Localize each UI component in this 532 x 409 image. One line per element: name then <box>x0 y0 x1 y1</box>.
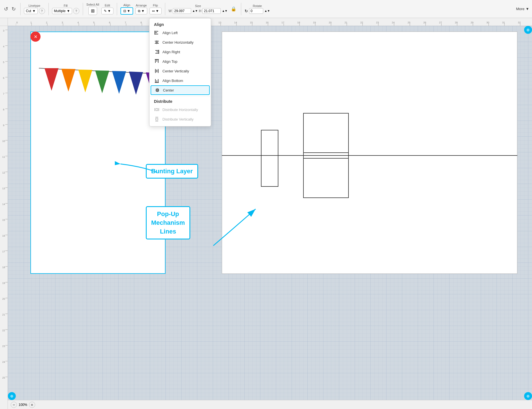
center-item[interactable]: Center <box>151 85 210 95</box>
svg-text:14: 14 <box>234 21 237 24</box>
svg-text:27: 27 <box>439 21 442 24</box>
svg-text:5: 5 <box>3 61 4 64</box>
svg-text:24: 24 <box>2 361 5 363</box>
distribute-section-title: Distribute <box>149 97 211 105</box>
ruler-vertical: 3 4 5 6 7 8 9 10 11 12 13 14 15 16 17 18… <box>0 26 8 409</box>
svg-text:13: 13 <box>218 21 221 24</box>
arrange-button[interactable]: ⧉ ▼ <box>135 8 147 14</box>
svg-marker-119 <box>112 71 126 94</box>
linetype-chevron: ▼ <box>32 9 36 13</box>
svg-text:17: 17 <box>281 21 284 24</box>
select-all-group: Select All ⊞ <box>86 3 99 15</box>
distribute-h-label: Distribute Horizontally <box>162 108 198 112</box>
svg-rect-161 <box>156 118 158 120</box>
select-all-icon: ⊞ <box>91 8 95 14</box>
undo-redo-group: ↺ ↻ <box>3 5 17 13</box>
svg-text:25: 25 <box>2 376 5 379</box>
more-label: More <box>516 7 525 11</box>
fill-value: Multiple <box>54 9 66 13</box>
arrange-icon: ⧉ <box>138 9 140 13</box>
svg-text:29: 29 <box>471 21 473 24</box>
rotate-input[interactable] <box>249 8 263 14</box>
svg-text:18: 18 <box>2 266 5 269</box>
svg-text:17: 17 <box>2 250 5 253</box>
popup-annotation: Pop-UpMechanismLines <box>146 206 190 239</box>
size-h-stepper[interactable]: ▲▼ <box>222 9 227 12</box>
align-top-item[interactable]: Align Top <box>149 57 211 66</box>
align-button[interactable]: ⊟ ▼ <box>120 7 133 15</box>
linetype-row: Cut ▼ ? <box>24 8 45 14</box>
svg-text:14: 14 <box>2 203 5 206</box>
center-h-label: Center Horizontally <box>162 40 194 45</box>
svg-text:18: 18 <box>297 21 300 24</box>
zoom-out-button[interactable]: − <box>11 402 17 408</box>
fill-help[interactable]: ? <box>73 8 79 14</box>
ruler-h-svg: // Generated inline for SVG - won't run,… <box>16 18 532 26</box>
linetype-select[interactable]: Cut ▼ <box>24 8 38 14</box>
center-icon <box>155 87 160 93</box>
select-all-button[interactable]: ⊞ <box>88 7 97 15</box>
flip-button[interactable]: ⇔ ▼ <box>149 8 162 14</box>
distribute-v-icon <box>154 116 160 122</box>
size-w-label: W <box>169 9 172 13</box>
svg-text:21: 21 <box>345 21 347 24</box>
divider-1 <box>20 3 21 15</box>
svg-rect-125 <box>303 153 348 198</box>
scroll-top-right-button[interactable]: ⊕ <box>524 26 532 34</box>
svg-text:6: 6 <box>109 21 110 24</box>
rotate-row: ↻ ▲▼ <box>245 8 270 14</box>
zoom-value: 100% <box>19 403 27 407</box>
close-button[interactable]: ✕ <box>30 32 41 42</box>
align-group: Align ⊟ ▼ <box>120 3 133 15</box>
align-right-item[interactable]: Align Right <box>149 47 211 57</box>
linetype-value: Cut <box>26 9 31 13</box>
align-section-title: Align <box>149 21 211 28</box>
zoom-in-button[interactable]: + <box>29 402 35 408</box>
align-bottom-icon <box>154 78 160 83</box>
undo-button[interactable]: ↺ <box>3 5 9 13</box>
align-right-icon <box>154 49 160 55</box>
size-h-input[interactable] <box>202 8 221 14</box>
size-w-stepper[interactable]: ▲▼ <box>192 9 198 12</box>
lock-button[interactable]: 🔒 <box>230 5 238 13</box>
center-h-icon <box>154 39 160 45</box>
align-left-item[interactable]: Align Left <box>149 28 211 37</box>
edit-button[interactable]: ✎ ▼ <box>101 8 113 14</box>
scroll-bottom-left-button[interactable]: ⊕ <box>8 392 16 400</box>
arrange-group: Arrange ⧉ ▼ <box>135 4 147 14</box>
size-w-input[interactable] <box>173 8 191 14</box>
scroll-bottom-right-button[interactable]: ⊕ <box>524 392 532 400</box>
redo-button[interactable]: ↻ <box>10 5 17 13</box>
svg-text:20: 20 <box>2 297 5 300</box>
svg-marker-120 <box>129 72 143 95</box>
popup-annotation-text: Pop-UpMechanismLines <box>151 210 185 235</box>
svg-text:10: 10 <box>2 140 5 143</box>
edit-label: Edit <box>105 4 110 7</box>
distribute-v-label: Distribute Vertically <box>162 117 194 121</box>
svg-text:24: 24 <box>392 21 395 24</box>
fill-select[interactable]: Multiple ▼ <box>52 8 72 14</box>
ruler-v-svg: 3 4 5 6 7 8 9 10 11 12 13 14 15 16 17 18… <box>0 26 8 409</box>
svg-text:32: 32 <box>518 21 521 24</box>
rotate-stepper[interactable]: ▲▼ <box>264 9 270 12</box>
bunting-arrow-svg <box>115 150 160 178</box>
more-button[interactable]: More ▼ <box>516 7 529 11</box>
divider-2 <box>48 3 49 15</box>
canvas-area[interactable]: ✕ <box>8 26 532 400</box>
svg-text:8: 8 <box>140 21 142 24</box>
align-bottom-item[interactable]: Align Bottom <box>149 76 211 85</box>
svg-text:13: 13 <box>2 187 5 190</box>
center-horizontally-item[interactable]: Center Horizontally <box>149 37 211 47</box>
svg-marker-116 <box>61 69 75 92</box>
svg-text:28: 28 <box>455 21 458 24</box>
svg-text:20: 20 <box>329 21 332 24</box>
size-group: Size W ▲▼ H ▲▼ <box>169 4 228 14</box>
svg-text:23: 23 <box>2 345 5 348</box>
svg-text:3: 3 <box>62 21 63 24</box>
arrange-label: Arrange <box>136 4 147 7</box>
linetype-group: Linetype Cut ▼ ? <box>24 4 45 14</box>
svg-text:26: 26 <box>423 21 426 24</box>
svg-rect-123 <box>261 130 278 186</box>
center-vertically-item[interactable]: Center Vertically <box>149 66 211 76</box>
linetype-help[interactable]: ? <box>39 8 45 14</box>
